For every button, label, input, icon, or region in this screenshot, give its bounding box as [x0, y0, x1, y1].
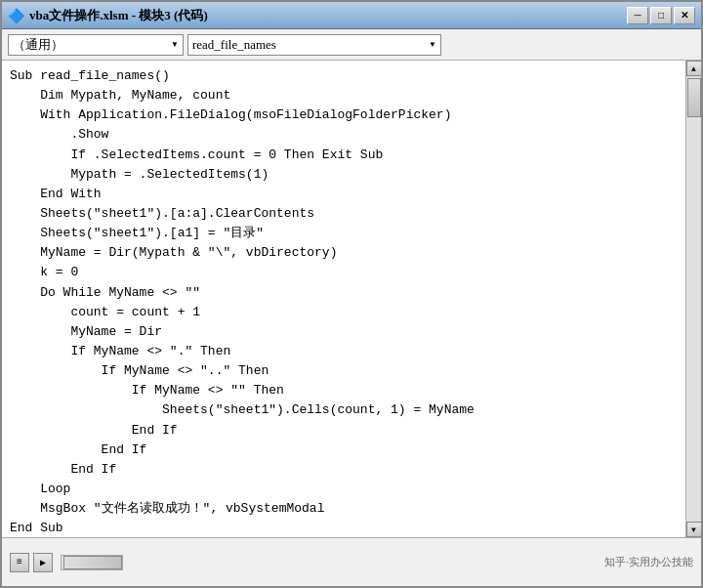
toolbar: （通用） ▼ read_file_names ▼ — [2, 29, 701, 61]
code-editor[interactable]: Sub read_file_names() Dim Mypath, MyName… — [2, 61, 685, 537]
align-right-button[interactable]: ▶ — [33, 553, 53, 572]
scroll-track — [686, 76, 701, 522]
app-icon: 🔷 — [8, 8, 23, 23]
procedure-dropdown[interactable]: read_file_names ▼ — [187, 34, 441, 56]
watermark: 知乎·实用办公技能 — [604, 555, 693, 569]
title-bar: 🔷 vba文件操作.xlsm - 模块3 (代码) ─ □ ✕ — [2, 2, 701, 29]
main-window: 🔷 vba文件操作.xlsm - 模块3 (代码) ─ □ ✕ （通用） ▼ r… — [0, 0, 703, 588]
procedure-dropdown-value: read_file_names — [192, 37, 276, 53]
window-controls: ─ □ ✕ — [627, 7, 695, 24]
procedure-dropdown-arrow: ▼ — [429, 40, 436, 49]
close-button[interactable]: ✕ — [674, 7, 695, 24]
code-area: Sub read_file_names() Dim Mypath, MyName… — [2, 61, 685, 537]
main-area: Sub read_file_names() Dim Mypath, MyName… — [2, 61, 701, 537]
vertical-scrollbar[interactable]: ▲ ▼ — [685, 61, 701, 537]
scope-dropdown-value: （通用） — [13, 36, 63, 54]
scope-dropdown[interactable]: （通用） ▼ — [8, 34, 184, 56]
scroll-down-button[interactable]: ▼ — [686, 522, 702, 537]
window-title: vba文件操作.xlsm - 模块3 (代码) — [29, 7, 208, 24]
bottom-left: ≡ ▶ — [10, 553, 127, 572]
title-bar-left: 🔷 vba文件操作.xlsm - 模块3 (代码) — [8, 7, 208, 24]
scroll-thumb[interactable] — [687, 78, 701, 117]
horizontal-scrollbar[interactable] — [61, 555, 123, 570]
maximize-button[interactable]: □ — [650, 7, 672, 24]
align-left-button[interactable]: ≡ — [10, 553, 29, 572]
bottom-bar: ≡ ▶ 知乎·实用办公技能 — [2, 537, 701, 586]
horizontal-scroll-thumb[interactable] — [63, 556, 122, 569]
minimize-button[interactable]: ─ — [627, 7, 648, 24]
scroll-up-button[interactable]: ▲ — [686, 61, 702, 76]
scope-dropdown-arrow: ▼ — [171, 40, 179, 49]
